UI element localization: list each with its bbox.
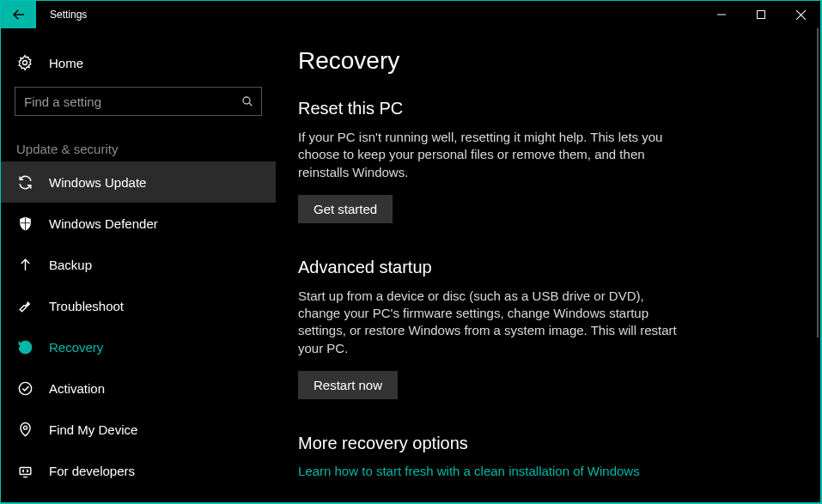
titlebar-spacer[interactable] bbox=[87, 1, 702, 28]
sidebar-item-label: For developers bbox=[49, 464, 135, 478]
svg-point-11 bbox=[19, 382, 31, 394]
restart-now-button[interactable]: Restart now bbox=[298, 371, 398, 399]
sidebar-item-windows-update[interactable]: Windows Update bbox=[1, 161, 276, 203]
close-icon bbox=[796, 10, 806, 20]
minimize-icon bbox=[717, 10, 726, 19]
main-content: Recovery Reset this PC If your PC isn't … bbox=[276, 28, 820, 502]
sidebar-item-label: Activation bbox=[49, 381, 105, 396]
sidebar-item-label: Windows Update bbox=[49, 175, 146, 190]
sidebar: Home Update & security Wi bbox=[1, 28, 276, 502]
svg-point-6 bbox=[243, 97, 250, 104]
window-controls bbox=[702, 1, 820, 28]
titlebar: Settings bbox=[1, 1, 820, 28]
svg-rect-13 bbox=[20, 467, 31, 474]
close-button[interactable] bbox=[781, 1, 820, 28]
settings-window: Settings Home bbox=[1, 1, 820, 502]
svg-line-7 bbox=[249, 103, 252, 106]
minimize-button[interactable] bbox=[702, 1, 741, 28]
sidebar-item-label: Backup bbox=[49, 258, 92, 272]
arrow-left-icon bbox=[11, 7, 27, 22]
search-input[interactable] bbox=[24, 94, 241, 109]
shield-icon bbox=[16, 215, 33, 232]
window-title: Settings bbox=[36, 1, 87, 28]
developer-icon bbox=[16, 462, 33, 479]
advanced-heading: Advanced startup bbox=[298, 258, 777, 277]
sync-icon bbox=[16, 173, 33, 191]
backup-arrow-icon bbox=[16, 256, 33, 273]
sidebar-item-label: Troubleshoot bbox=[49, 299, 124, 313]
more-options-heading: More recovery options bbox=[298, 434, 777, 453]
svg-rect-2 bbox=[758, 11, 765, 19]
wrench-icon bbox=[16, 297, 33, 314]
maximize-button[interactable] bbox=[741, 1, 781, 28]
gear-icon bbox=[16, 54, 33, 71]
window-body: Home Update & security Wi bbox=[1, 28, 820, 502]
get-started-button[interactable]: Get started bbox=[298, 195, 393, 223]
scrollbar[interactable] bbox=[817, 28, 819, 337]
reset-description: If your PC isn't running well, resetting… bbox=[298, 129, 685, 181]
learn-fresh-install-link[interactable]: Learn how to start fresh with a clean in… bbox=[298, 464, 640, 478]
sidebar-item-backup[interactable]: Backup bbox=[1, 244, 276, 285]
search-icon bbox=[241, 94, 254, 108]
sidebar-item-label: Find My Device bbox=[49, 422, 137, 437]
advanced-description: Start up from a device or disc (such as … bbox=[298, 288, 685, 357]
svg-point-12 bbox=[23, 426, 27, 429]
history-icon bbox=[16, 338, 33, 355]
sidebar-item-windows-defender[interactable]: Windows Defender bbox=[1, 203, 276, 244]
sidebar-item-recovery[interactable]: Recovery bbox=[1, 326, 276, 367]
sidebar-category: Update & security bbox=[1, 124, 276, 161]
search-box[interactable] bbox=[15, 87, 262, 116]
check-circle-icon bbox=[16, 380, 33, 397]
location-icon bbox=[16, 421, 33, 438]
search-wrap bbox=[1, 83, 276, 124]
svg-point-5 bbox=[23, 61, 27, 65]
sidebar-item-label: Recovery bbox=[49, 340, 103, 355]
maximize-icon bbox=[757, 10, 765, 19]
reset-heading: Reset this PC bbox=[298, 99, 777, 118]
page-title: Recovery bbox=[298, 47, 777, 75]
sidebar-item-find-my-device[interactable]: Find My Device bbox=[1, 409, 276, 450]
home-label: Home bbox=[49, 56, 83, 70]
home-button[interactable]: Home bbox=[1, 42, 276, 83]
sidebar-item-for-developers[interactable]: For developers bbox=[1, 450, 276, 491]
sidebar-item-label: Windows Defender bbox=[49, 216, 158, 231]
sidebar-item-activation[interactable]: Activation bbox=[1, 367, 276, 409]
back-button[interactable] bbox=[1, 1, 36, 28]
sidebar-item-troubleshoot[interactable]: Troubleshoot bbox=[1, 285, 276, 326]
